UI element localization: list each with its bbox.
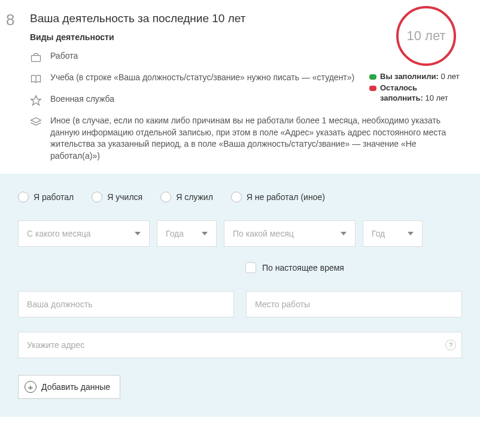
star-icon [30, 95, 42, 107]
radio-circle-icon [18, 192, 29, 202]
chevron-down-icon [135, 232, 141, 235]
activity-work-text: Работа [50, 50, 78, 62]
status-dot-red-icon [369, 86, 376, 91]
status-filled: Вы заполнили: 0 лет [369, 72, 462, 82]
svg-rect-0 [32, 56, 41, 62]
chevron-down-icon [202, 232, 208, 235]
position-input[interactable] [18, 291, 234, 317]
help-icon[interactable]: ? [445, 340, 456, 350]
activity-section: 8 Ваша деятельность за последние 10 лет … [0, 0, 480, 162]
svg-marker-1 [31, 96, 41, 105]
activity-work: Работа [30, 50, 462, 63]
from-year-select[interactable]: Года [157, 220, 217, 247]
status-dot-green-icon [369, 74, 376, 80]
position-workplace-row [18, 291, 462, 317]
chevron-down-icon [341, 232, 347, 235]
radio-served[interactable]: Я служил [160, 192, 213, 202]
activity-study-text: Учеба (в строке «Ваша должность/статус/з… [50, 72, 354, 84]
to-year-select[interactable]: Год [363, 220, 423, 247]
step-number: 8 [6, 11, 14, 29]
add-button-label: Добавить данные [41, 382, 110, 392]
radio-circle-icon [160, 192, 171, 202]
activity-military-text: Военная служба [50, 93, 114, 105]
to-year-label: Год [372, 229, 385, 238]
book-icon [30, 73, 42, 85]
present-checkbox-label: По настоящее время [262, 263, 344, 273]
status-block: Вы заполнили: 0 лет Осталось заполнить: … [369, 72, 462, 105]
radio-worked[interactable]: Я работал [18, 192, 74, 202]
radio-worked-label: Я работал [34, 192, 74, 202]
address-input[interactable] [18, 332, 462, 358]
radio-row: Я работал Я учился Я служил Я не работал… [18, 192, 462, 202]
activity-other-text: Иное (в случае, если по каким либо причи… [50, 115, 457, 162]
radio-circle-icon [231, 192, 242, 202]
from-month-label: С какого месяца [27, 229, 91, 238]
radio-served-label: Я служил [176, 192, 213, 202]
activity-list: Работа Учеба (в строке «Ваша должность/с… [30, 50, 462, 162]
years-circle-text: 10 лет [406, 28, 445, 44]
chevron-down-icon [408, 232, 414, 235]
add-data-button[interactable]: + Добавить данные [18, 375, 120, 399]
to-month-label: По какой месяц [233, 229, 294, 238]
from-month-select[interactable]: С какого месяца [18, 220, 150, 247]
present-checkbox[interactable] [245, 262, 256, 273]
date-selects-row: С какого месяца Года По какой месяц Год [18, 220, 462, 247]
radio-studied-label: Я учился [107, 192, 142, 202]
status-filled-label: Вы заполнили: 0 лет [380, 72, 460, 82]
radio-none-label: Я не работал (иное) [247, 192, 325, 202]
activity-other: Иное (в случае, если по каким либо причи… [30, 115, 462, 162]
section-title: Ваша деятельность за последние 10 лет [30, 12, 462, 25]
activity-form-panel: Я работал Я учился Я служил Я не работал… [0, 174, 480, 417]
plus-circle-icon: + [25, 381, 37, 393]
radio-none[interactable]: Я не работал (иное) [231, 192, 325, 202]
to-month-select[interactable]: По какой месяц [224, 220, 356, 247]
years-circle-badge: 10 лет [396, 6, 456, 66]
layers-icon [30, 116, 42, 128]
present-checkbox-row: По настоящее время [245, 262, 462, 273]
from-year-label: Года [166, 229, 184, 238]
briefcase-icon [30, 52, 42, 63]
workplace-input[interactable] [246, 291, 462, 317]
status-remaining: Осталось заполнить: 10 лет [369, 83, 462, 104]
radio-studied[interactable]: Я учился [92, 192, 142, 202]
status-remaining-label: Осталось заполнить: 10 лет [380, 83, 462, 104]
svg-marker-2 [31, 118, 41, 123]
address-row: ? [18, 332, 462, 358]
radio-circle-icon [92, 192, 102, 202]
